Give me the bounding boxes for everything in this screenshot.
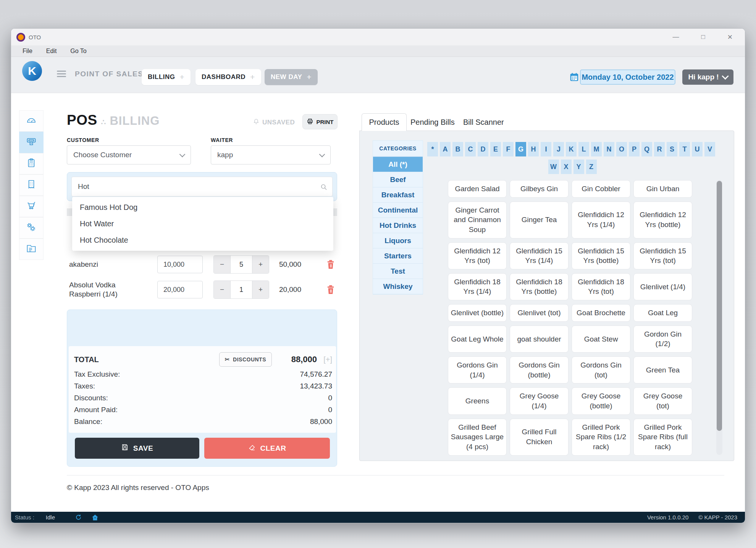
letter-filter-button[interactable]: Y bbox=[573, 160, 584, 174]
product-card[interactable]: Goat Brochette bbox=[572, 304, 630, 322]
tab-pending-bills[interactable]: Pending Bills bbox=[410, 113, 455, 131]
product-card[interactable]: Gordons Gin (bottle) bbox=[510, 356, 569, 384]
sidebar-item-dashboard[interactable] bbox=[19, 110, 44, 132]
letter-filter-button[interactable]: J bbox=[553, 142, 564, 156]
letter-filter-button[interactable]: X bbox=[561, 160, 572, 174]
product-card[interactable]: Goat Stew bbox=[572, 326, 630, 353]
product-card[interactable]: Gordons Gin (tot) bbox=[572, 356, 630, 384]
product-card[interactable]: goat shoulder bbox=[510, 326, 569, 353]
qty-increase-button[interactable]: + bbox=[252, 281, 269, 298]
hamburger-icon[interactable] bbox=[57, 71, 66, 79]
item-price-input[interactable]: 10,000 bbox=[157, 256, 203, 273]
letter-filter-button[interactable]: Q bbox=[641, 142, 652, 156]
sidebar-item-orders[interactable] bbox=[19, 153, 44, 174]
item-price-input[interactable]: 20,000 bbox=[157, 281, 203, 298]
product-card[interactable]: Grilled Pork Spare Ribs (1/2 rack) bbox=[572, 419, 630, 456]
letter-filter-button[interactable]: Z bbox=[586, 160, 597, 174]
product-card[interactable]: Goat Leg bbox=[633, 304, 692, 322]
products-scrollbar[interactable] bbox=[716, 180, 722, 455]
letter-filter-button[interactable]: D bbox=[478, 142, 488, 156]
waiter-select[interactable]: kapp bbox=[211, 145, 331, 164]
minimize-button[interactable]: — bbox=[672, 33, 679, 41]
sidebar-item-settings[interactable] bbox=[19, 217, 44, 239]
business-date[interactable]: Monday 10, October 2022 bbox=[580, 69, 675, 85]
letter-filter-button[interactable]: H bbox=[528, 142, 539, 156]
category-item[interactable]: Liquors bbox=[373, 233, 423, 248]
letter-filter-button[interactable]: M bbox=[591, 142, 602, 156]
product-card[interactable]: Gin Cobbler bbox=[572, 180, 630, 198]
scrollbar-thumb[interactable] bbox=[717, 181, 722, 431]
tab-bill-scanner[interactable]: Bill Scanner bbox=[463, 113, 504, 131]
customer-select[interactable]: Choose Customer bbox=[67, 145, 191, 164]
menu-item[interactable]: File bbox=[23, 48, 32, 55]
tab-products[interactable]: Products bbox=[362, 113, 407, 131]
total-expand-icon[interactable]: [+] bbox=[317, 355, 332, 364]
trash-icon[interactable] bbox=[326, 259, 336, 269]
letter-filter-button[interactable]: A bbox=[440, 142, 451, 156]
product-card[interactable]: Grilled Beef Sausages Large (4 pcs) bbox=[448, 419, 507, 456]
category-item[interactable]: Test bbox=[373, 264, 423, 279]
product-card[interactable]: Grilled Pork Spare Ribs (full rack) bbox=[633, 419, 692, 456]
product-search-input[interactable] bbox=[71, 177, 333, 197]
product-card[interactable]: Glenfiddich 18 Yrs (tot) bbox=[572, 273, 630, 300]
clear-button[interactable]: CLEAR bbox=[204, 438, 330, 459]
letter-filter-button[interactable]: G bbox=[515, 142, 526, 156]
product-card[interactable]: Ginger Carrot and Cinnamon Soup bbox=[448, 201, 507, 239]
close-button[interactable]: ✕ bbox=[727, 33, 733, 41]
qty-decrease-button[interactable]: − bbox=[214, 256, 230, 273]
menu-item[interactable]: Edit bbox=[46, 48, 57, 55]
product-card[interactable]: Glenlivet (1/4) bbox=[633, 273, 692, 300]
letter-filter-button[interactable]: C bbox=[465, 142, 476, 156]
product-card[interactable]: Glenfiddich 18 Yrs (1/4) bbox=[448, 273, 507, 300]
letter-filter-button[interactable]: N bbox=[604, 142, 614, 156]
letter-filter-button[interactable]: F bbox=[503, 142, 514, 156]
letter-filter-button[interactable]: V bbox=[704, 142, 715, 156]
letter-filter-button[interactable]: * bbox=[427, 142, 438, 156]
category-item[interactable]: Whiskey bbox=[373, 279, 423, 294]
plus-icon[interactable]: + bbox=[250, 73, 255, 82]
product-card[interactable]: Glenfiddich 15 Yrs (tot) bbox=[633, 242, 692, 269]
product-card[interactable]: Green Tea bbox=[633, 356, 692, 384]
letter-filter-button[interactable]: T bbox=[679, 142, 690, 156]
new-day-button[interactable]: NEW DAY + bbox=[265, 69, 318, 85]
sidebar-item-documents[interactable] bbox=[19, 239, 44, 260]
product-card[interactable]: Gordons Gin (1/4) bbox=[448, 356, 507, 384]
product-card[interactable]: Glenlivet (bottle) bbox=[448, 304, 507, 322]
save-button[interactable]: SAVE bbox=[75, 438, 199, 459]
category-item[interactable]: Hot Drinks bbox=[373, 218, 423, 233]
trash-icon[interactable] bbox=[326, 285, 336, 295]
letter-filter-button[interactable]: E bbox=[490, 142, 501, 156]
category-item[interactable]: Beef bbox=[373, 172, 423, 187]
letter-filter-button[interactable]: W bbox=[548, 160, 559, 174]
category-item[interactable]: All (*) bbox=[373, 157, 423, 172]
product-card[interactable]: Glenfiddich 12 Yrs (bottle) bbox=[633, 201, 692, 239]
category-item[interactable]: Continental bbox=[373, 203, 423, 218]
product-card[interactable]: Gilbeys Gin bbox=[510, 180, 569, 198]
letter-filter-button[interactable]: R bbox=[654, 142, 665, 156]
user-menu[interactable]: Hi kapp ! bbox=[682, 69, 733, 85]
tab-billing[interactable]: BILLING + bbox=[142, 69, 191, 85]
product-card[interactable]: Glenfiddich 15 Yrs (1/4) bbox=[510, 242, 569, 269]
qty-decrease-button[interactable]: − bbox=[214, 281, 230, 298]
suggestion-item[interactable]: Hot Chocolate bbox=[72, 232, 333, 248]
product-card[interactable]: Gin Urban bbox=[633, 180, 692, 198]
letter-filter-button[interactable]: L bbox=[578, 142, 589, 156]
discounts-button[interactable]: ✂ DISCOUNTS bbox=[219, 352, 272, 367]
letter-filter-button[interactable]: B bbox=[452, 142, 463, 156]
product-card[interactable]: Grilled Full Chicken bbox=[510, 419, 569, 456]
category-item[interactable]: Breakfast bbox=[373, 187, 423, 203]
qty-increase-button[interactable]: + bbox=[252, 256, 269, 273]
sidebar-item-billing[interactable] bbox=[19, 132, 44, 153]
menu-item[interactable]: Go To bbox=[70, 48, 86, 55]
letter-filter-button[interactable]: S bbox=[667, 142, 677, 156]
print-button[interactable]: PRINT bbox=[302, 114, 338, 129]
maximize-button[interactable]: □ bbox=[701, 33, 705, 41]
plus-icon[interactable]: + bbox=[180, 73, 185, 82]
tab-dashboard[interactable]: DASHBOARD + bbox=[195, 69, 261, 85]
product-card[interactable]: Glenfiddich 12 Yrs (1/4) bbox=[572, 201, 630, 239]
product-card[interactable]: Gordon Gin (1/2) bbox=[633, 326, 692, 353]
letter-filter-button[interactable]: O bbox=[616, 142, 627, 156]
product-card[interactable]: Grey Goose (bottle) bbox=[572, 387, 630, 414]
product-card[interactable]: Glenfiddich 12 Yrs (tot) bbox=[448, 242, 507, 269]
home-icon[interactable] bbox=[91, 514, 99, 521]
